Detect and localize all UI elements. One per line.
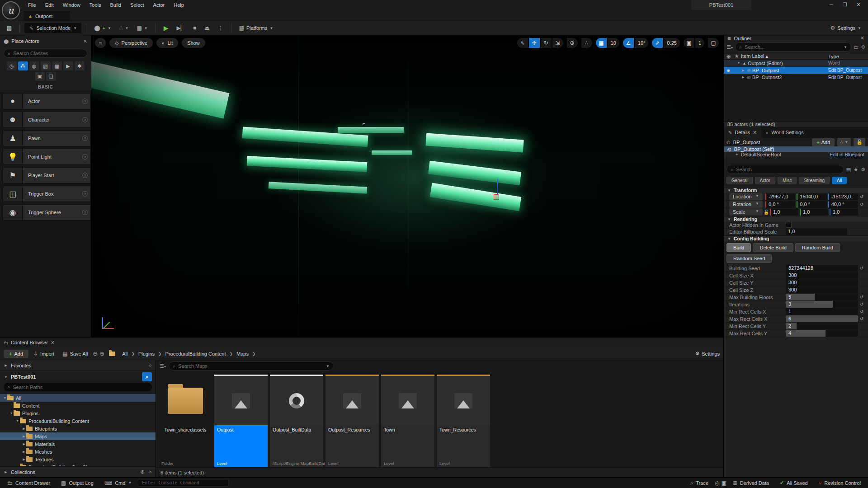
tree-pb-content[interactable]: ▼ProceduralBuilding Content: [0, 417, 156, 425]
filter-streaming[interactable]: Streaming: [799, 177, 830, 184]
eye-icon[interactable]: ◉: [724, 68, 733, 73]
restore-button[interactable]: ❐: [838, 0, 852, 9]
grid-snap-value[interactable]: 10: [608, 38, 619, 48]
blueprint-dropdown[interactable]: ∴▼: [837, 138, 851, 146]
save-all-button[interactable]: ▤Save All: [59, 349, 91, 359]
reset-icon[interactable]: ↺: [858, 316, 865, 321]
filter-general[interactable]: General: [726, 177, 753, 184]
rotation-x-field[interactable]: 0,0 °: [765, 201, 795, 208]
all-saved-indicator[interactable]: ✔All Saved: [775, 479, 812, 487]
type-column[interactable]: Type: [828, 54, 868, 59]
menu-select[interactable]: Select: [126, 0, 149, 9]
delete-build-button[interactable]: Delete Build: [753, 243, 793, 252]
outliner-search-input[interactable]: ⌕ Search... ▼: [735, 42, 851, 52]
world-space-icon[interactable]: ⊕: [567, 38, 578, 48]
close-icon[interactable]: ✕: [51, 340, 55, 346]
geometry-icon[interactable]: ✱: [75, 61, 85, 70]
recently-placed-icon[interactable]: ◷: [7, 61, 17, 70]
camera-icon[interactable]: ▣: [721, 480, 726, 486]
filter-actor[interactable]: Actor: [755, 177, 775, 184]
filter-misc[interactable]: Misc: [778, 177, 797, 184]
favorites-icon[interactable]: ★: [854, 167, 858, 173]
search-toggle-icon[interactable]: ⌕: [142, 372, 152, 381]
lit-dropdown[interactable]: ◐Lit: [156, 38, 178, 48]
min-rect-cells-x-slider[interactable]: 1: [786, 308, 858, 315]
cb-settings-button[interactable]: ⚙ Settings: [695, 351, 720, 357]
transform-section-header[interactable]: ▼Transform: [724, 187, 868, 193]
search-paths-input[interactable]: ⌕ Search Paths: [4, 383, 152, 391]
asset-tile-town-resources[interactable]: Town_Resources Level: [437, 375, 490, 467]
asset-tile-outpost-builtdata[interactable]: Outpost_BuiltData /Script/Engine.MapBuil…: [270, 375, 323, 467]
building-seed-field[interactable]: 827344128: [786, 265, 858, 272]
project-header[interactable]: ▼PBTest001 ⌕: [0, 371, 156, 383]
scale-lock-icon[interactable]: 🔓: [763, 210, 770, 215]
asset-tile-town[interactable]: Town Level: [381, 375, 434, 467]
maximize-viewport-icon[interactable]: ▢: [708, 38, 719, 48]
scale-x-field[interactable]: 1,0: [770, 209, 798, 216]
scale-snap-value[interactable]: 0.25: [664, 38, 679, 48]
reset-icon[interactable]: ↺: [858, 295, 865, 300]
place-item-trigger-sphere[interactable]: ◉ Trigger Sphere?: [3, 204, 91, 221]
camera-speed-value[interactable]: 1: [695, 38, 704, 48]
crumb-maps[interactable]: Maps: [236, 351, 249, 357]
pin-column-icon[interactable]: ★: [735, 53, 739, 59]
search-classes-input[interactable]: ⌕ Search Classes: [4, 49, 87, 58]
close-icon[interactable]: ✕: [83, 38, 87, 44]
blueprints-button[interactable]: ∴▼: [116, 23, 132, 33]
outliner-filter-icon[interactable]: ☰▾: [726, 44, 733, 50]
lock-button[interactable]: 🔓: [854, 138, 865, 146]
world-settings-tab[interactable]: ◐ World Settings: [761, 127, 808, 138]
place-item-actor[interactable]: ● Actor?: [3, 93, 91, 109]
menu-tools[interactable]: Tools: [85, 0, 106, 9]
viewport-options-icon[interactable]: ≡: [95, 38, 106, 48]
console-command-input[interactable]: Enter Console Command: [138, 479, 228, 487]
screenshot-icon[interactable]: ◎: [715, 480, 719, 486]
surface-snap-icon[interactable]: ∴: [581, 38, 592, 48]
menu-file[interactable]: File: [24, 0, 41, 9]
place-item-character[interactable]: ☻ Character?: [3, 112, 91, 128]
menu-build[interactable]: Build: [106, 0, 126, 9]
cmd-dropdown[interactable]: ⌨Cmd▼: [100, 479, 136, 488]
revision-control-button[interactable]: ⑂Revision Control: [814, 479, 865, 487]
volumes-icon[interactable]: ▣: [35, 72, 45, 81]
scale-tool-icon[interactable]: ⇲: [552, 38, 563, 48]
outliner-row[interactable]: ◉▶◎ BP_OutpostEdit BP_Outpost: [724, 67, 868, 74]
tree-content[interactable]: Content: [0, 402, 156, 409]
reset-icon[interactable]: ↺: [858, 266, 865, 271]
camera-speed-icon[interactable]: ▣: [684, 38, 694, 48]
menu-help[interactable]: Help: [169, 0, 189, 9]
import-button[interactable]: ⇩Import: [30, 349, 57, 359]
rotation-z-field[interactable]: 40,0 °: [828, 201, 858, 208]
location-y-field[interactable]: 15040,0: [797, 193, 826, 200]
asset-tile-town-sharedassets[interactable]: Town_sharedassets Folder: [159, 375, 212, 467]
max-rect-cells-y-slider[interactable]: 4: [786, 330, 858, 337]
rotation-dropdown[interactable]: Rotation▼: [729, 201, 763, 208]
search-icon[interactable]: ⌕: [149, 469, 152, 475]
scale-dropdown[interactable]: Scale▼: [729, 208, 763, 216]
cell-size-x-field[interactable]: 300: [786, 272, 858, 279]
tree-maps[interactable]: ▶Maps: [0, 432, 156, 440]
cinematics-button[interactable]: ▦▼: [134, 23, 151, 33]
max-building-floors-slider[interactable]: 5: [786, 294, 858, 300]
cb-add-button[interactable]: +Add: [4, 350, 28, 358]
tree-blueprints[interactable]: ▶Blueprints: [0, 425, 156, 432]
grid-snap-icon[interactable]: ▦: [596, 38, 607, 48]
min-rect-cells-y-slider[interactable]: 2: [786, 323, 858, 329]
close-icon[interactable]: ✕: [860, 35, 864, 41]
scale-z-field[interactable]: 1,0: [830, 209, 858, 216]
location-dropdown[interactable]: Location▼: [729, 193, 763, 200]
tree-materials[interactable]: ▶Materials: [0, 440, 156, 448]
details-search-input[interactable]: ⌕ Search: [726, 165, 844, 174]
actor-hidden-checkbox[interactable]: [786, 222, 792, 228]
derived-data-button[interactable]: ≣Derived Data: [728, 479, 774, 488]
output-log-button[interactable]: ▤Output Log: [57, 479, 98, 488]
perspective-dropdown[interactable]: ◇Perspective: [109, 38, 153, 48]
tree-all[interactable]: ▼All: [0, 394, 156, 402]
content-browser-tab[interactable]: 🗀 Content Browser ✕: [0, 338, 723, 347]
asset-tile-outpost-resources[interactable]: Outpost_Resources Level: [326, 375, 379, 467]
level-viewport[interactable]: ⌐ ≡ ◇Perspective ◐Lit Show ⇖ ✢ ↻ ⇲ ⊕ ∴ ▦: [91, 35, 723, 337]
menu-window[interactable]: Window: [58, 0, 85, 9]
details-tab[interactable]: ✎ Details ✕: [724, 127, 761, 138]
favorites-header[interactable]: ▶Favorites ⌕: [0, 360, 156, 371]
config-building-section-header[interactable]: ▼Config Building: [724, 235, 868, 241]
